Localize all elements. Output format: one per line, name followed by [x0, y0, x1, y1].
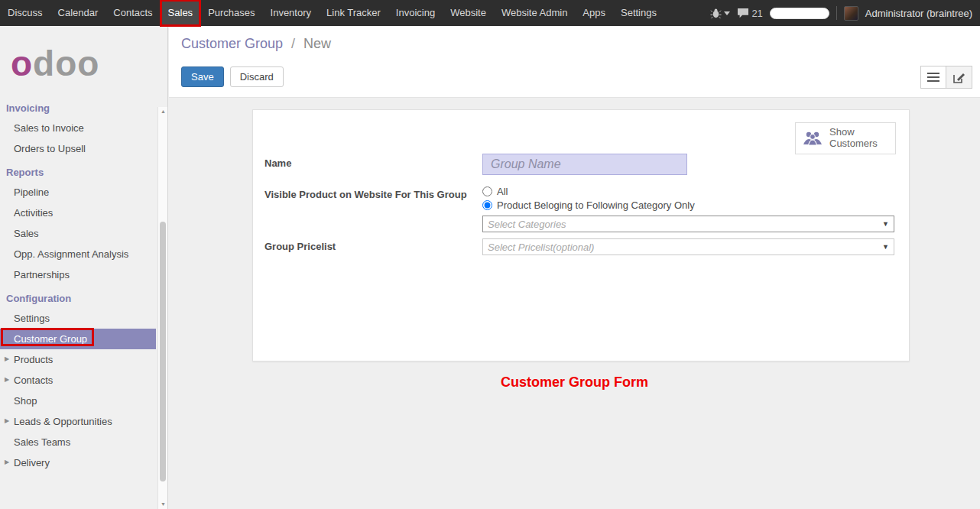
- menu-settings[interactable]: Settings: [613, 0, 664, 26]
- sidebar-item-label: Partnerships: [14, 269, 70, 280]
- radio-category-input[interactable]: [482, 200, 492, 210]
- sidebar-item-opp-assignment-analysis[interactable]: Opp. Assignment Analysis: [0, 244, 156, 264]
- breadcrumb-separator: /: [287, 36, 300, 51]
- breadcrumb: Customer Group / New: [169, 26, 980, 52]
- sidebar-item-products[interactable]: ▶ Products: [0, 349, 156, 370]
- menu-sales[interactable]: Sales: [161, 0, 201, 26]
- sidebar-item-sales[interactable]: Sales: [0, 223, 156, 244]
- annotation-caption: Customer Group Form: [169, 374, 980, 391]
- radio-all-input[interactable]: [482, 186, 492, 196]
- pricelist-field-label: Group Pricelist: [264, 241, 336, 252]
- customer-group-form-card: Show Customers Name Visible Product on W…: [252, 109, 910, 361]
- sidebar: odoo Invoicing Sales to Invoice Orders t…: [0, 26, 168, 509]
- sidebar-item-label: Orders to Upsell: [14, 143, 86, 154]
- sidebar-item-sales-teams[interactable]: Sales Teams: [0, 432, 156, 452]
- top-menu-list: Discuss Calendar Contacts Sales Purchase…: [0, 0, 664, 26]
- breadcrumb-new: New: [303, 36, 331, 51]
- menu-discuss[interactable]: Discuss: [0, 0, 50, 26]
- menu-website[interactable]: Website: [443, 0, 494, 26]
- sidebar-item-label: Sales: [14, 228, 39, 239]
- menu-link-tracker[interactable]: Link Tracker: [319, 0, 388, 26]
- expand-arrow-icon: ▶: [5, 417, 9, 424]
- discard-button[interactable]: Discard: [230, 66, 284, 87]
- categories-select[interactable]: Select Categories ▼: [482, 216, 894, 232]
- sidebar-item-activities[interactable]: Activities: [0, 203, 156, 223]
- show-customers-button[interactable]: Show Customers: [795, 122, 896, 154]
- menu-contacts[interactable]: Contacts: [105, 0, 160, 26]
- form-view-button[interactable]: [946, 66, 972, 89]
- expand-arrow-icon: ▶: [5, 376, 9, 383]
- expand-arrow-icon: ▶: [5, 459, 9, 465]
- sidebar-item-label: Delivery: [14, 457, 50, 468]
- dropdown-arrow-icon: ▼: [882, 243, 889, 251]
- menu-website-admin[interactable]: Website Admin: [494, 0, 575, 26]
- view-switcher: [920, 66, 972, 89]
- radio-all-label: All: [497, 186, 508, 197]
- sidebar-item-label: Settings: [14, 313, 50, 324]
- sidebar-item-contacts[interactable]: ▶ Contacts: [0, 370, 156, 391]
- messages-count: 21: [751, 8, 762, 19]
- caret-down-icon: [724, 11, 730, 15]
- show-customers-label: Show Customers: [829, 127, 889, 150]
- scroll-down-arrow[interactable]: ▼: [158, 500, 168, 509]
- user-avatar[interactable]: [844, 6, 858, 21]
- save-button[interactable]: Save: [181, 66, 224, 87]
- sidebar-item-customer-group[interactable]: Customer Group: [0, 329, 156, 349]
- menu-inventory[interactable]: Inventory: [263, 0, 319, 26]
- customers-group-icon: [802, 129, 823, 148]
- dropdown-arrow-icon: ▼: [882, 220, 889, 228]
- radio-category-label: Product Beloging to Following Category O…: [497, 199, 695, 211]
- menu-purchases[interactable]: Purchases: [200, 0, 262, 26]
- content-header: Customer Group / New Save Discard: [169, 26, 980, 98]
- radio-option-all[interactable]: All: [482, 186, 508, 197]
- debug-menu-button[interactable]: [710, 8, 730, 19]
- visibility-field-label: Visible Product on Website For This Grou…: [264, 189, 467, 200]
- sidebar-item-delivery[interactable]: ▶ Delivery: [0, 452, 156, 473]
- topbar-right-cluster: 21 Administrator (braintree): [710, 0, 980, 26]
- timer-pill: [770, 8, 829, 19]
- sidebar-item-label: Sales to Invoice: [14, 122, 84, 134]
- odoo-logo: odoo: [0, 26, 167, 95]
- radio-option-category[interactable]: Product Beloging to Following Category O…: [482, 199, 695, 211]
- user-menu[interactable]: Administrator (braintree): [865, 8, 972, 19]
- sidebar-item-leads-opportunities[interactable]: ▶ Leads & Opportunities: [0, 411, 156, 432]
- sidebar-item-sales-to-invoice[interactable]: Sales to Invoice: [0, 118, 156, 138]
- list-icon: [927, 72, 939, 83]
- sidebar-item-partnerships[interactable]: Partnerships: [0, 264, 156, 285]
- name-field-label: Name: [264, 157, 291, 169]
- sidebar-scrollbar[interactable]: ▲ ▼: [157, 107, 167, 509]
- messages-button[interactable]: 21: [737, 8, 762, 19]
- breadcrumb-customer-group[interactable]: Customer Group: [181, 36, 283, 51]
- bug-icon: [710, 8, 722, 19]
- pricelist-select[interactable]: Select Pricelist(optional) ▼: [482, 238, 894, 255]
- sidebar-item-label: Leads & Opportunities: [14, 416, 112, 427]
- sidebar-item-label: Shop: [14, 395, 37, 407]
- sidebar-item-label: Pipeline: [14, 186, 49, 198]
- menu-invoicing[interactable]: Invoicing: [388, 0, 443, 26]
- section-title-reports: Reports: [0, 159, 167, 182]
- sidebar-item-label: Sales Teams: [14, 436, 70, 448]
- logo-rest: doo: [33, 44, 99, 83]
- sidebar-item-label: Products: [14, 354, 53, 365]
- pricelist-select-placeholder: Select Pricelist(optional): [488, 242, 882, 253]
- sidebar-item-shop[interactable]: Shop: [0, 391, 156, 411]
- sidebar-item-label: Activities: [14, 207, 53, 219]
- group-name-input[interactable]: [482, 154, 687, 175]
- edit-form-icon: [953, 72, 965, 83]
- section-title-invoicing: Invoicing: [0, 95, 167, 118]
- logo-letter: o: [11, 44, 33, 83]
- sidebar-item-orders-to-upsell[interactable]: Orders to Upsell: [0, 138, 156, 159]
- sidebar-item-label: Contacts: [14, 374, 53, 386]
- menu-calendar[interactable]: Calendar: [50, 0, 106, 26]
- sidebar-item-settings[interactable]: Settings: [0, 308, 156, 329]
- scrollbar-thumb[interactable]: [160, 222, 166, 481]
- top-navigation-bar: Discuss Calendar Contacts Sales Purchase…: [0, 0, 980, 26]
- form-toolbar: Save Discard: [181, 66, 284, 87]
- menu-apps[interactable]: Apps: [575, 0, 613, 26]
- list-view-button[interactable]: [920, 66, 946, 89]
- expand-arrow-icon: ▶: [5, 355, 9, 362]
- sidebar-item-label: Opp. Assignment Analysis: [14, 248, 128, 260]
- topbar-divider: [836, 6, 837, 20]
- sidebar-item-pipeline[interactable]: Pipeline: [0, 182, 156, 203]
- scroll-up-arrow[interactable]: ▲: [158, 107, 168, 116]
